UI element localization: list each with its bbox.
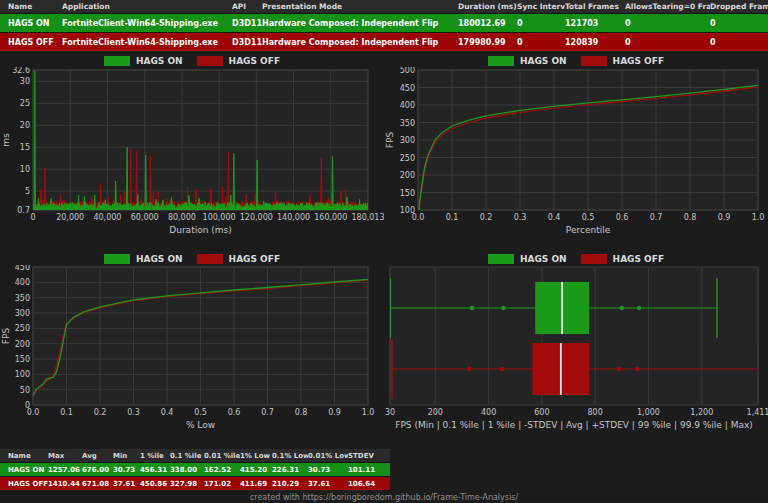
- cell-application: FortniteClient-Win64-Shipping.exe: [62, 38, 232, 47]
- svg-text:140,000: 140,000: [277, 213, 310, 222]
- svg-text:0.5: 0.5: [194, 408, 207, 417]
- svg-text:120,000: 120,000: [240, 213, 273, 222]
- svg-text:300: 300: [15, 309, 30, 318]
- cell-0-1-ile: 338.00: [170, 466, 204, 474]
- svg-text:150: 150: [15, 355, 30, 364]
- svg-text:500: 500: [400, 67, 415, 75]
- row-name: HAGS ON: [8, 19, 62, 28]
- column-header: Application: [62, 2, 232, 11]
- svg-text:0.9: 0.9: [328, 408, 341, 417]
- column-header: Avg: [82, 452, 113, 460]
- cell-0-1-ile: 327.98: [170, 480, 204, 488]
- svg-text:450: 450: [15, 265, 30, 272]
- row-name: HAGS OFF: [8, 480, 48, 488]
- svg-text:0.6: 0.6: [228, 408, 241, 417]
- table-row-hags-on: HAGS ON1257.06676.0030.73456.31338.00162…: [0, 462, 390, 476]
- cell-min: 30.73: [113, 466, 140, 474]
- svg-text:180,013: 180,013: [351, 213, 384, 222]
- row-name: HAGS ON: [8, 466, 48, 474]
- table-row-hags-off: HAGS OFFFortniteClient-Win64-Shipping.ex…: [0, 32, 768, 51]
- column-header: 0.01% Low: [308, 452, 348, 460]
- cell-duration-ms-: 180012.69: [458, 19, 517, 28]
- svg-text:0.4: 0.4: [161, 408, 174, 417]
- cell-duration-ms-: 179980.99: [458, 38, 517, 47]
- cell-stdev: 101.11: [348, 466, 390, 474]
- column-header: Max: [48, 452, 82, 460]
- legend-label-hags-on: HAGS ON: [520, 254, 567, 264]
- cell-0-1-low: 210.29: [272, 480, 308, 488]
- column-header: 0.1 %ile: [170, 452, 204, 460]
- svg-text:400: 400: [400, 101, 415, 110]
- legend-swatch-hags-on: [488, 56, 514, 66]
- svg-text:0: 0: [25, 401, 30, 410]
- svg-text:600: 600: [534, 408, 549, 417]
- svg-text:0.1: 0.1: [446, 213, 459, 222]
- svg-text:200: 200: [428, 408, 443, 417]
- svg-text:0: 0: [30, 213, 35, 222]
- cell-avg: 676.00: [82, 466, 113, 474]
- svg-text:Percentile: Percentile: [566, 225, 611, 235]
- cell-total-frames: 120839: [565, 38, 625, 47]
- column-header: Total Frames: [565, 2, 625, 11]
- svg-text:20: 20: [20, 121, 30, 130]
- legend-label-hags-off: HAGS OFF: [229, 254, 280, 264]
- legend-label-hags-off: HAGS OFF: [613, 254, 664, 264]
- svg-text:FPS: FPS: [385, 132, 395, 149]
- svg-text:0.8: 0.8: [295, 408, 308, 417]
- svg-text:100: 100: [15, 370, 30, 379]
- svg-text:450: 450: [400, 84, 415, 93]
- cell-application: FortniteClient-Win64-Shipping.exe: [62, 19, 232, 28]
- svg-text:30: 30: [385, 408, 395, 417]
- svg-text:0.8: 0.8: [684, 213, 697, 222]
- svg-text:0.7: 0.7: [650, 213, 663, 222]
- svg-text:0.2: 0.2: [94, 408, 107, 417]
- cell-1-low: 411.69: [240, 480, 272, 488]
- cell-0-01-ile: 162.52: [204, 466, 240, 474]
- svg-text:0.3: 0.3: [514, 213, 527, 222]
- legend-label-hags-off: HAGS OFF: [613, 56, 664, 66]
- cell-0-01-ile: 171.02: [204, 480, 240, 488]
- cell-total-frames: 121703: [565, 19, 625, 28]
- column-header: API: [232, 2, 262, 11]
- low-plot-svg: 0.00.10.20.30.40.50.60.70.80.91.00501001…: [0, 265, 384, 447]
- cell-allowstearing-0-frames: 0: [625, 19, 710, 28]
- cell-0-1-low: 226.31: [272, 466, 308, 474]
- svg-text:160,000: 160,000: [314, 213, 347, 222]
- column-header: 1% Low: [240, 452, 272, 460]
- svg-text:20,000: 20,000: [56, 213, 84, 222]
- cell-api: D3D11: [232, 38, 262, 47]
- row-name: HAGS OFF: [8, 38, 62, 47]
- svg-text:150: 150: [400, 189, 415, 198]
- capture-summary-table: NameApplicationAPIPresentation ModeDurat…: [0, 0, 768, 51]
- percentile-plot-svg: 0.00.10.20.30.40.50.60.70.80.91.01001502…: [384, 67, 768, 251]
- svg-text:0.7: 0.7: [17, 206, 30, 215]
- low-chart: HAGS ON HAGS OFF 0.00.10.20.30.40.50.60.…: [0, 252, 384, 449]
- column-header: Sync Interval: [517, 2, 565, 11]
- legend-label-hags-on: HAGS ON: [136, 56, 183, 66]
- cell-api: D3D11: [232, 19, 262, 28]
- legend-swatch-hags-off: [581, 254, 607, 264]
- table-header-row: NameApplicationAPIPresentation ModeDurat…: [0, 0, 768, 13]
- chart-legend: HAGS ON HAGS OFF: [384, 54, 768, 67]
- column-header: Name: [8, 2, 62, 11]
- column-header: STDEV: [348, 452, 390, 460]
- cell-sync-interval: 0: [517, 19, 565, 28]
- svg-text:200: 200: [15, 340, 30, 349]
- chart-legend: HAGS ON HAGS OFF: [0, 54, 384, 67]
- cell-0-01-low: 30.73: [308, 466, 348, 474]
- legend-swatch-hags-off: [197, 56, 223, 66]
- column-header: AllowsTearing=0 Frames: [625, 2, 710, 11]
- column-header: 0.1% Low: [272, 452, 308, 460]
- boxplot-chart: HAGS ON HAGS OFF 302004006008001,0001,20…: [384, 252, 768, 449]
- table-header-row: NameMaxAvgMin1 %ile0.1 %ile0.01 %ile1% L…: [0, 449, 390, 462]
- legend-swatch-hags-off: [581, 56, 607, 66]
- frametime-plot-svg: 020,00040,00060,00080,000100,000120,0001…: [0, 67, 384, 251]
- created-with-note: created with https://boringboredom.githu…: [0, 493, 768, 502]
- svg-text:300: 300: [400, 136, 415, 145]
- svg-text:1,200: 1,200: [690, 408, 713, 417]
- cell-sync-interval: 0: [517, 38, 565, 47]
- column-header: Name: [8, 452, 48, 460]
- table-row-hags-off: HAGS OFF1410.44671.0837.61450.86327.9817…: [0, 476, 390, 490]
- cell-1-low: 415.20: [240, 466, 272, 474]
- svg-text:0.6: 0.6: [616, 213, 629, 222]
